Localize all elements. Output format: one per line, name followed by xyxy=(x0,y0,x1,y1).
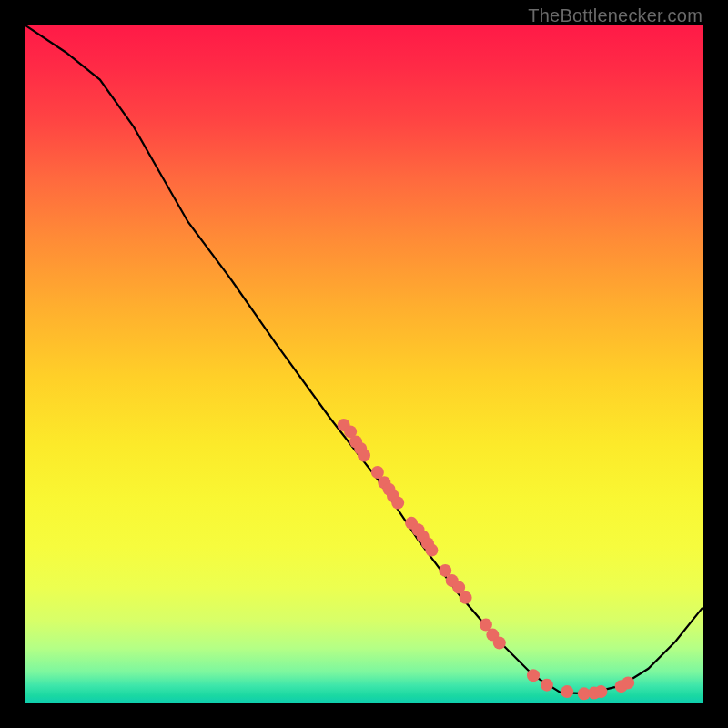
data-point xyxy=(541,679,553,692)
data-point xyxy=(622,676,634,689)
bottleneck-curve xyxy=(25,25,703,693)
data-point xyxy=(460,592,472,604)
data-point xyxy=(561,685,573,698)
data-point xyxy=(425,544,438,557)
chart-container: TheBottlenecker.com xyxy=(0,0,728,728)
data-point xyxy=(391,497,404,510)
plot-area xyxy=(25,25,703,703)
data-point xyxy=(527,669,540,682)
watermark-text: TheBottlenecker.com xyxy=(528,5,703,26)
chart-svg xyxy=(25,25,703,703)
data-point xyxy=(493,637,506,650)
data-point xyxy=(594,685,607,698)
data-point xyxy=(358,449,370,461)
